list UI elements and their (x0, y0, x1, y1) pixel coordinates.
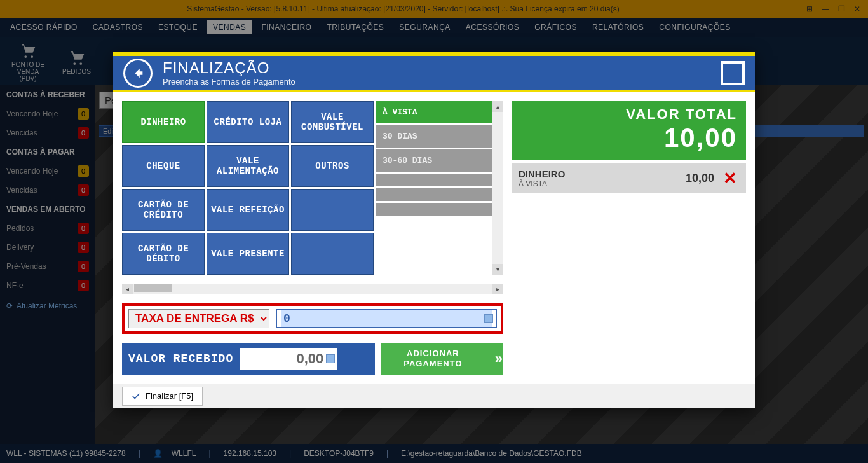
payment-line-method: DINHEIRO (519, 169, 679, 179)
condition-scrollbar[interactable]: ▴ ▾ (492, 101, 503, 275)
modal-left-column: DINHEIRO CRÉDITO LOJA VALE COMBUSTÍVEL C… (122, 101, 503, 375)
scroll-left-icon[interactable]: ◂ (122, 284, 133, 294)
add-payment-label: ADICIONAR PAGAMENTO (381, 349, 485, 368)
modal-body: DINHEIRO CRÉDITO LOJA VALE COMBUSTÍVEL C… (113, 92, 755, 384)
add-payment-button[interactable]: ADICIONAR PAGAMENTO » (381, 343, 503, 375)
condition-empty[interactable] (376, 188, 503, 201)
scroll-thumb[interactable] (134, 284, 172, 292)
modal-titles: FINALIZAÇÃO Preencha as Formas de Pagame… (163, 59, 710, 86)
payment-method-empty[interactable] (291, 189, 374, 231)
payment-area: DINHEIRO CRÉDITO LOJA VALE COMBUSTÍVEL C… (122, 101, 503, 275)
payment-method-vale-combustivel[interactable]: VALE COMBUSTÍVEL (291, 101, 374, 143)
total-label: VALOR TOTAL (521, 106, 737, 123)
condition-30-60-dias[interactable]: 30-60 DIAS (376, 149, 503, 172)
payment-method-cartao-credito[interactable]: CARTÃO DE CRÉDITO (122, 189, 205, 231)
payment-method-cartao-debito[interactable]: CARTÃO DE DÉBITO (122, 233, 205, 275)
payment-method-vale-refeicao[interactable]: VALE REFEIÇÃO (207, 189, 289, 231)
payment-method-cheque[interactable]: CHEQUE (122, 145, 205, 187)
payment-line-info: DINHEIRO À VISTA (519, 169, 679, 188)
modal-subtitle: Preencha as Formas de Pagamento (163, 77, 710, 86)
payment-line-condition: À VISTA (519, 179, 679, 188)
chevron-right-icon: » (495, 350, 503, 367)
arrow-left-icon (131, 66, 145, 80)
delivery-fee-box: TAXA DE ENTREGA R$ (122, 303, 503, 334)
received-value-text: 0,00 (296, 350, 323, 367)
payment-method-vale-presente[interactable]: VALE PRESENTE (207, 233, 289, 275)
payment-line-amount: 10,00 (686, 172, 714, 185)
modal-overlay: FINALIZAÇÃO Preencha as Formas de Pagame… (0, 0, 868, 463)
payment-hscrollbar[interactable]: ◂ ▸ (122, 284, 503, 294)
delivery-fee-input[interactable] (281, 310, 492, 327)
payment-method-outros[interactable]: OUTROS (291, 145, 374, 187)
modal-right-column: VALOR TOTAL 10,00 DINHEIRO À VISTA 10,00… (512, 101, 746, 375)
delivery-fee-input-wrap (276, 309, 497, 328)
condition-empty[interactable] (376, 174, 503, 186)
received-label: VALOR RECEBIDO (128, 352, 233, 365)
calculator-icon[interactable] (326, 354, 335, 363)
payment-method-vale-alimentacao[interactable]: VALE ALIMENTAÇÃO (207, 145, 289, 187)
payment-method-dinheiro[interactable]: DINHEIRO (122, 101, 205, 143)
finalize-button[interactable]: Finalizar [F5] (122, 387, 203, 406)
finalize-label: Finalizar [F5] (146, 391, 193, 401)
check-icon (132, 392, 140, 401)
condition-a-vista[interactable]: À VISTA (376, 101, 503, 123)
payment-method-grid: DINHEIRO CRÉDITO LOJA VALE COMBUSTÍVEL C… (122, 101, 374, 275)
condition-empty[interactable] (376, 203, 503, 216)
delete-payment-button[interactable]: ✕ (721, 169, 740, 188)
finalization-modal: FINALIZAÇÃO Preencha as Formas de Pagame… (113, 52, 755, 408)
condition-30-dias[interactable]: 30 DIAS (376, 125, 503, 148)
total-value: 10,00 (521, 123, 737, 153)
modal-footer: Finalizar [F5] (113, 384, 755, 408)
delivery-fee-select[interactable]: TAXA DE ENTREGA R$ (128, 309, 269, 328)
modal-header: FINALIZAÇÃO Preencha as Formas de Pagame… (113, 52, 755, 90)
condition-list: À VISTA 30 DIAS 30-60 DIAS ▴ ▾ (376, 101, 503, 275)
scroll-down-icon[interactable]: ▾ (492, 264, 503, 275)
received-row: VALOR RECEBIDO 0,00 (122, 343, 375, 375)
scroll-right-icon[interactable]: ▸ (492, 284, 503, 294)
payment-line: DINHEIRO À VISTA 10,00 ✕ (512, 163, 746, 193)
total-box: VALOR TOTAL 10,00 (512, 101, 746, 160)
calculator-icon[interactable] (484, 314, 493, 323)
payment-method-credito-loja[interactable]: CRÉDITO LOJA (207, 101, 289, 143)
modal-title: FINALIZAÇÃO (163, 59, 710, 77)
modal-maximize-button[interactable] (721, 61, 745, 85)
payment-method-empty[interactable] (291, 233, 374, 275)
received-value[interactable]: 0,00 (240, 348, 337, 370)
scroll-up-icon[interactable]: ▴ (492, 101, 503, 112)
back-button[interactable] (123, 59, 153, 88)
